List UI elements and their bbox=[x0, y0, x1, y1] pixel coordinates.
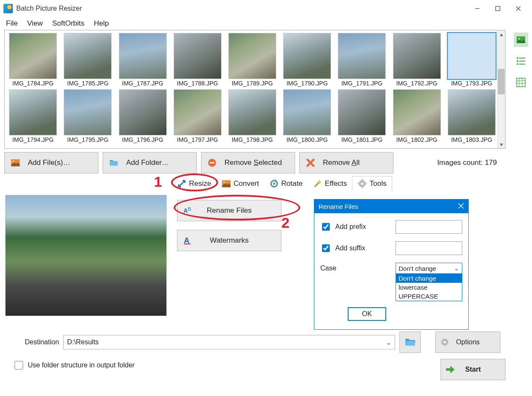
folder-icon bbox=[109, 158, 118, 167]
minimize-button[interactable] bbox=[467, 0, 488, 17]
svg-point-11 bbox=[273, 182, 275, 185]
thumbnail-item[interactable]: IMG_1784.JPG bbox=[7, 33, 59, 87]
dialog-ok-button[interactable]: OK bbox=[348, 307, 386, 321]
svg-rect-16 bbox=[358, 183, 360, 185]
scrollbar[interactable]: ▴ ▾ bbox=[497, 30, 505, 148]
svg-rect-15 bbox=[362, 186, 363, 188]
add-suffix-input[interactable] bbox=[396, 241, 462, 255]
grid-icon bbox=[516, 77, 526, 88]
thumbnail-item[interactable]: IMG_1803.JPG bbox=[446, 89, 497, 143]
destination-label: Destination bbox=[25, 338, 59, 346]
rotate-icon bbox=[269, 179, 279, 188]
use-folder-structure-checkbox[interactable] bbox=[15, 361, 23, 370]
arrow-right-icon bbox=[445, 365, 455, 374]
thumbnail-image bbox=[283, 33, 331, 79]
svg-rect-21 bbox=[184, 243, 191, 244]
thumbnail-label: IMG_1803.JPG bbox=[451, 136, 493, 143]
thumbnail-item[interactable]: IMG_1796.JPG bbox=[117, 89, 168, 143]
browse-folder-button[interactable] bbox=[399, 331, 421, 353]
thumbnail-label: IMG_1795.JPG bbox=[67, 136, 109, 143]
thumbnail-item[interactable]: IMG_1792.JPG bbox=[391, 33, 443, 87]
thumbnail-item[interactable]: IMG_1798.JPG bbox=[227, 89, 278, 143]
tab-bar: Resize Convert Rotate Effects Tools bbox=[172, 176, 505, 191]
add-folder-button[interactable]: Add Folder… bbox=[103, 152, 197, 173]
remove-selected-button[interactable]: Remove Selected bbox=[201, 152, 295, 173]
close-button[interactable] bbox=[508, 0, 529, 17]
thumbnail-item[interactable]: IMG_1790.JPG bbox=[281, 33, 333, 87]
menu-softorbits[interactable]: SoftOrbits bbox=[48, 18, 89, 29]
thumbnail-item[interactable]: IMG_1787.JPG bbox=[117, 33, 168, 87]
add-suffix-checkbox[interactable] bbox=[322, 244, 330, 252]
use-folder-structure-label: Use folder structure in output folder bbox=[28, 361, 135, 369]
thumbnail-label: IMG_1789.JPG bbox=[232, 80, 273, 87]
scroll-up-icon[interactable]: ▴ bbox=[497, 30, 505, 38]
remove-icon bbox=[207, 158, 217, 167]
thumbnail-item[interactable]: IMG_1795.JPG bbox=[62, 89, 113, 143]
remove-all-button[interactable]: Remove All bbox=[299, 152, 393, 173]
scrollbar-thumb[interactable] bbox=[498, 69, 505, 94]
watermarks-button[interactable]: A Watermarks bbox=[177, 230, 281, 251]
tab-resize[interactable]: Resize bbox=[172, 176, 216, 191]
thumbnail-item[interactable]: IMG_1797.JPG bbox=[172, 89, 223, 143]
case-option-uppercase[interactable]: UPPERCASE bbox=[396, 292, 462, 301]
thumbnail-item[interactable]: IMG_1800.JPG bbox=[281, 89, 333, 143]
thumbnail-image bbox=[228, 33, 276, 79]
thumbnail-label: IMG_1796.JPG bbox=[122, 136, 163, 143]
menu-view[interactable]: View bbox=[23, 18, 47, 29]
maximize-button[interactable] bbox=[488, 0, 508, 17]
watermark-icon: A bbox=[183, 235, 193, 246]
app-icon bbox=[3, 4, 13, 13]
thumbnail-item[interactable]: IMG_1785.JPG bbox=[62, 33, 113, 87]
thumbnail-label: IMG_1787.JPG bbox=[122, 80, 163, 87]
thumbnail-item[interactable]: IMG_1789.JPG bbox=[227, 33, 278, 87]
case-select[interactable]: Don't change ⌄ bbox=[396, 263, 462, 274]
tab-convert[interactable]: Convert bbox=[216, 176, 264, 191]
remove-selected-label: Remove Selected bbox=[225, 158, 282, 167]
thumbnail-item[interactable]: IMG_1801.JPG bbox=[336, 89, 387, 143]
rename-files-button[interactable]: AB Rename Files bbox=[177, 200, 281, 221]
tools-panel: AB Rename Files A Watermarks bbox=[177, 200, 281, 316]
options-button[interactable]: Options bbox=[435, 331, 500, 353]
tab-tools[interactable]: Tools bbox=[352, 176, 392, 191]
scroll-down-icon[interactable]: ▾ bbox=[497, 141, 505, 148]
thumbnail-label: IMG_1785.JPG bbox=[67, 80, 109, 87]
thumbnail-label: IMG_1801.JPG bbox=[341, 136, 383, 143]
thumbnail-item[interactable]: IMG_1791.JPG bbox=[336, 33, 387, 87]
start-button[interactable]: Start bbox=[440, 359, 505, 380]
thumbnail-item[interactable]: IMG_1802.JPG bbox=[391, 89, 443, 143]
add-prefix-checkbox[interactable] bbox=[322, 223, 330, 231]
thumbnail-image bbox=[338, 89, 386, 135]
thumbnail-label: IMG_1788.JPG bbox=[177, 80, 219, 87]
dialog-titlebar[interactable]: Rename Files bbox=[314, 199, 468, 213]
add-files-label: Add File(s)… bbox=[28, 158, 70, 167]
tab-rotate[interactable]: Rotate bbox=[264, 176, 308, 191]
preview-pane bbox=[5, 195, 167, 316]
case-dropdown-list: Don't change lowercase UPPERCASE bbox=[396, 274, 462, 301]
window-controls bbox=[467, 0, 529, 17]
rename-icon: AB bbox=[183, 205, 193, 216]
thumbnail-image bbox=[119, 33, 167, 79]
menu-help[interactable]: Help bbox=[90, 18, 113, 29]
case-option-dont-change[interactable]: Don't change bbox=[396, 274, 462, 283]
destination-combobox[interactable]: D:\Results ⌄ bbox=[63, 335, 395, 349]
thumbnail-item[interactable]: IMG_1793.JPG bbox=[446, 33, 497, 87]
svg-rect-33 bbox=[519, 64, 525, 65]
dialog-close-button[interactable] bbox=[458, 203, 464, 210]
x-icon bbox=[306, 158, 315, 167]
tab-effects[interactable]: Effects bbox=[308, 176, 352, 191]
case-option-lowercase[interactable]: lowercase bbox=[396, 283, 462, 292]
thumbnail-item[interactable]: IMG_1788.JPG bbox=[172, 33, 223, 87]
add-prefix-input[interactable] bbox=[396, 220, 462, 234]
thumbnail-item[interactable]: IMG_1794.JPG bbox=[7, 89, 59, 143]
thumbnail-image bbox=[283, 89, 331, 135]
thumbnail-label: IMG_1791.JPG bbox=[341, 80, 383, 87]
view-list-button[interactable] bbox=[514, 54, 528, 68]
menu-file[interactable]: File bbox=[2, 18, 22, 29]
view-details-button[interactable] bbox=[514, 75, 528, 90]
thumbnail-label: IMG_1797.JPG bbox=[177, 136, 219, 143]
effects-icon bbox=[313, 179, 322, 188]
view-thumbnails-button[interactable] bbox=[514, 32, 528, 47]
add-files-button[interactable]: Add File(s)… bbox=[4, 152, 98, 173]
thumbnail-image bbox=[393, 33, 441, 79]
folder-open-icon bbox=[405, 337, 416, 347]
